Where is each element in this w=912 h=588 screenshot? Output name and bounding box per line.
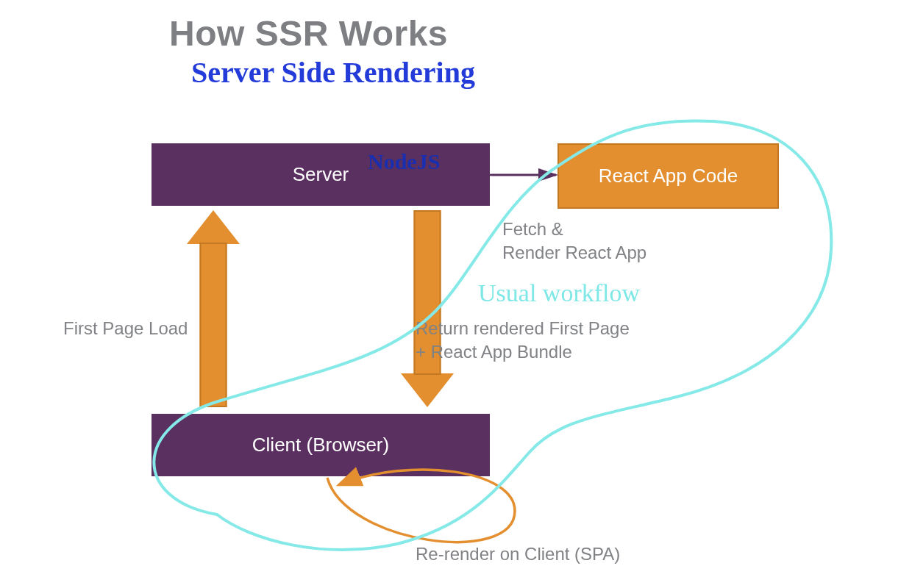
react-app-box: React App Code [557,143,779,209]
client-label: Client (Browser) [252,434,389,456]
diagram-title: How SSR Works [169,13,448,54]
arrow-server-to-client [399,210,455,407]
label-fetch-render: Fetch &Render React App [502,218,694,265]
client-box: Client (Browser) [152,414,490,476]
diagram-stage: How SSR Works Server Side Rendering Serv… [0,0,912,588]
label-rerender-spa: Re-render on Client (SPA) [416,542,710,566]
label-return-rendered: Return rendered First Page+ React App Bu… [416,317,732,365]
server-label: Server [293,163,349,186]
arrow-client-self-loop [327,470,515,542]
label-first-page-load: First Page Load [63,317,210,340]
arrow-client-to-server [185,210,241,407]
usual-workflow-annotation: Usual workflow [478,279,640,307]
nodejs-annotation: NodeJS [368,149,440,174]
subtitle-handwritten: Server Side Rendering [191,55,475,90]
react-app-label: React App Code [599,165,738,187]
